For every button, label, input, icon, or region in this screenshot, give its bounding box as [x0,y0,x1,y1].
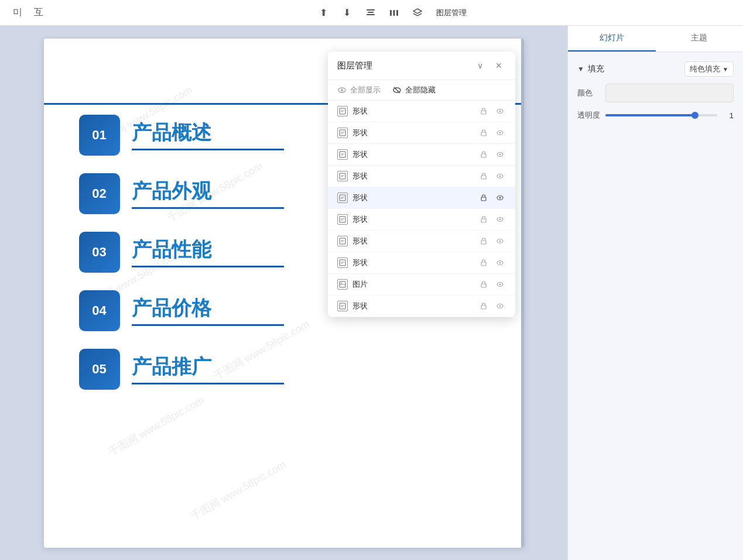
lock-icon-8[interactable] [478,257,489,269]
eye-icon-1[interactable] [494,105,506,117]
toolbar-icon-mi[interactable]: 미 [9,5,26,21]
lock-icon-5[interactable] [478,192,489,204]
layer-panel-title: 图层管理 [337,60,372,71]
layer-item-name-5: 形状 [352,193,478,203]
layer-item-9[interactable]: 图片 [328,274,515,296]
item-title-02: 产品外观 [132,178,284,205]
layer-panel-header-right: ∨ ✕ [473,59,506,73]
lock-icon-3[interactable] [478,149,489,160]
slide-items: 01 产品概述 02 产品外观 03 [79,115,284,390]
layer-item-name-2: 形状 [352,128,478,138]
item-underline-05 [132,383,284,384]
item-text-04: 产品价格 [132,295,284,326]
slide-item-1[interactable]: 01 产品概述 [79,115,284,156]
svg-point-33 [499,176,501,177]
layer-manager-label[interactable]: 图层管理 [433,5,470,21]
panel-content: ▼ 填充 纯色填充 ▼ 颜色 透明度 [568,52,743,560]
svg-rect-13 [481,111,486,114]
eye-icon [337,85,347,95]
layer-item-3[interactable]: 形状 [328,144,515,166]
layer-item-8[interactable]: 形状 [328,252,515,274]
align-icon[interactable] [362,5,379,21]
eye-icon-4[interactable] [494,170,506,182]
toolbar-icon-hu[interactable]: 互 [30,5,47,21]
color-label: 颜色 [577,88,601,98]
layer-item-2[interactable]: 形状 [328,122,515,144]
svg-rect-22 [340,152,345,157]
slide-item-3[interactable]: 03 产品性能 [79,232,284,273]
svg-point-21 [499,132,501,134]
layer-item-actions-5 [478,192,506,204]
layer-item-5[interactable]: 形状 [328,187,515,209]
layer-shape-icon-4 [337,171,348,181]
tab-theme[interactable]: 主题 [656,26,744,51]
item-underline-03 [132,266,284,267]
item-number-02: 02 [79,173,120,214]
eye-icon-5[interactable] [494,192,506,204]
layer-item-actions-9 [478,279,506,290]
svg-rect-25 [481,154,486,157]
lock-icon-4[interactable] [478,170,489,182]
lock-icon-7[interactable] [478,235,489,247]
fill-section: ▼ 填充 纯色填充 ▼ 颜色 透明度 [577,61,734,121]
layer-item-4[interactable]: 形状 [328,166,515,187]
slider-fill [605,114,695,116]
eye-icon-8[interactable] [494,257,506,269]
bring-forward-icon[interactable]: ⬇ [339,5,355,21]
layer-panel-collapse-icon[interactable]: ∨ [473,59,487,73]
slide-item-4[interactable]: 04 产品价格 [79,290,284,331]
lock-icon-1[interactable] [478,105,489,117]
layer-item-6[interactable]: 形状 [328,209,515,231]
layer-item-name-8: 形状 [352,257,478,268]
eye-icon-7[interactable] [494,235,506,247]
lock-icon-6[interactable] [478,214,489,225]
layer-item-name-7: 形状 [352,236,478,246]
eye-icon-2[interactable] [494,127,506,139]
eye-icon-6[interactable] [494,214,506,225]
item-text-01: 产品概述 [132,119,284,150]
lock-icon-10[interactable] [478,300,489,312]
layer-shape-icon-10 [337,301,348,311]
svg-point-45 [499,219,501,221]
color-row: 颜色 [577,84,734,102]
item-title-05: 产品推广 [132,353,284,380]
layer-visibility-bar: 全部显示 全部隐藏 [328,80,515,101]
svg-rect-31 [481,176,486,179]
layer-item-1[interactable]: 形状 [328,101,515,122]
lock-icon-9[interactable] [478,279,489,290]
layer-shape-icon-5 [337,193,348,203]
send-back-icon[interactable]: ⬆ [316,5,332,21]
toolbar-left: 미 互 [9,5,47,21]
slider-thumb[interactable] [691,112,699,119]
distribute-icon[interactable] [386,5,402,21]
layers-icon[interactable] [409,5,426,21]
layer-panel-header: 图层管理 ∨ ✕ [328,51,515,80]
layer-panel-close-icon[interactable]: ✕ [492,59,506,73]
color-picker[interactable] [605,84,734,102]
layer-item-10[interactable]: 形状 [328,296,515,317]
svg-rect-10 [340,108,345,114]
svg-rect-0 [367,9,375,11]
item-underline-04 [132,324,284,326]
opacity-slider-container[interactable] [605,109,717,121]
fill-type-select[interactable]: 纯色填充 ▼ [684,61,734,77]
item-text-05: 产品推广 [132,353,284,384]
tab-slide[interactable]: 幻灯片 [568,26,656,51]
slide-item-5[interactable]: 05 产品推广 [79,349,284,390]
svg-point-68 [499,305,501,307]
eye-icon-10[interactable] [494,300,506,312]
hide-all-button[interactable]: 全部隐藏 [392,85,436,95]
eye-icon-3[interactable] [494,149,506,160]
slide-item-2[interactable]: 02 产品外观 [79,173,284,214]
layer-panel: 图层管理 ∨ ✕ 全部显示 [328,51,515,317]
svg-rect-63 [340,303,345,309]
show-all-button[interactable]: 全部显示 [337,85,381,95]
fill-collapse-arrow[interactable]: ▼ [577,65,584,73]
eye-icon-9[interactable] [494,279,506,290]
svg-rect-55 [481,262,486,266]
layer-item-actions-3 [478,149,506,160]
layer-item-name-10: 形状 [352,301,478,311]
lock-icon-2[interactable] [478,127,489,139]
layer-item-7[interactable]: 形状 [328,231,515,252]
fill-label: ▼ 填充 [577,64,604,74]
